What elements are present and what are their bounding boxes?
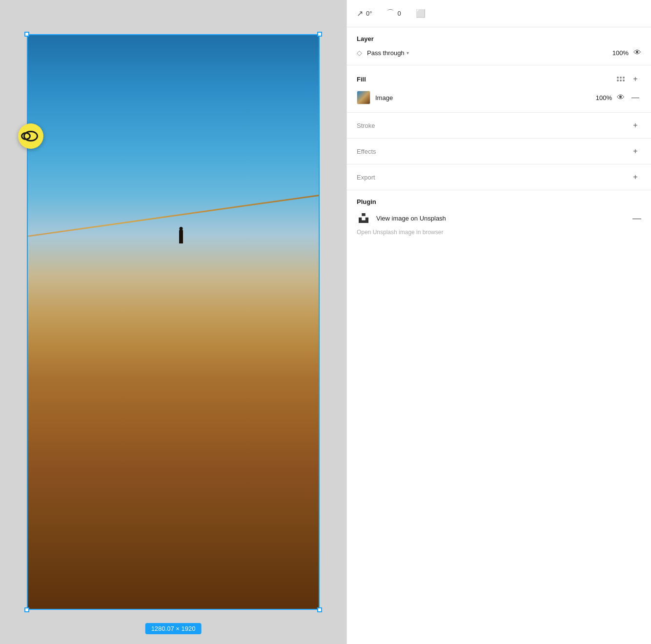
layer-section: Layer ◇ Pass through ▾ 100% 👁 — [347, 27, 651, 65]
export-label: Export — [357, 174, 375, 181]
fill-type-label: Image — [375, 94, 591, 101]
fill-section-title: Fill — [357, 76, 366, 83]
blend-mode-label: Pass through — [367, 49, 405, 57]
right-panel: ↗ 0° ⌒ 0 ⬜ Layer ◇ Pass through ▾ 100% 👁 — [346, 0, 651, 644]
plugin-item[interactable]: View image on Unsplash — — [357, 211, 641, 225]
rotation-field[interactable]: ↗ 0° — [357, 9, 372, 18]
plugin-section-header: Plugin — [357, 198, 641, 205]
corner-value: 0 — [397, 10, 401, 17]
export-section: Export + — [347, 164, 651, 190]
fill-opacity[interactable]: 100% — [596, 94, 612, 101]
image-container[interactable]: 1280.07 × 1920 — [27, 34, 320, 610]
plugin-section: Plugin View image on Unsplash — Open Uns… — [347, 190, 651, 243]
plugin-remove-icon[interactable]: — — [632, 213, 641, 223]
corner-icon: ⌒ — [387, 8, 394, 19]
layer-section-header: Layer — [357, 35, 641, 42]
fill-visibility-icon[interactable]: 👁 — [617, 93, 625, 102]
blend-mode-chevron: ▾ — [407, 50, 409, 56]
toolbar: ↗ 0° ⌒ 0 ⬜ — [347, 0, 651, 27]
stroke-add-button[interactable]: + — [630, 120, 641, 131]
dimension-label: 1280.07 × 1920 — [145, 623, 202, 634]
layer-row: ◇ Pass through ▾ 100% 👁 — [357, 48, 641, 57]
fill-add-button[interactable]: + — [630, 73, 641, 85]
handle-top-left[interactable] — [24, 32, 29, 37]
stroke-section: Stroke + — [347, 113, 651, 139]
effects-label: Effects — [357, 148, 376, 155]
fill-actions: + — [617, 73, 641, 85]
plugin-item-label: View image on Unsplash — [376, 215, 627, 222]
frame-icon: ⬜ — [416, 9, 426, 18]
effects-section: Effects + — [347, 139, 651, 164]
layer-opacity[interactable]: 100% — [612, 49, 629, 57]
fill-remove-button[interactable]: — — [630, 92, 641, 103]
blend-mode-selector[interactable]: Pass through ▾ — [367, 49, 608, 57]
plugin-section-title: Plugin — [357, 198, 376, 205]
effects-add-button[interactable]: + — [630, 145, 641, 157]
rotation-icon: ↗ — [357, 9, 363, 18]
fill-section-header: Fill + — [357, 73, 641, 85]
plugin-sub-label: Open Unsplash image in browser — [357, 229, 641, 236]
corner-field[interactable]: ⌒ 0 — [387, 8, 401, 19]
unsplash-icon — [357, 211, 370, 225]
blend-mode-icon: ◇ — [357, 49, 362, 57]
fill-item: Image 100% 👁 — — [357, 91, 641, 104]
handle-bottom-right[interactable] — [317, 607, 322, 612]
handle-bottom-left[interactable] — [24, 607, 29, 612]
selection-border — [27, 34, 320, 610]
canvas-area: 1280.07 × 1920 — [0, 0, 346, 644]
properties-panel: Layer ◇ Pass through ▾ 100% 👁 Fill — [347, 27, 651, 644]
fill-section: Fill + Image 100% 👁 — — [347, 65, 651, 113]
layer-visibility-icon[interactable]: 👁 — [633, 48, 641, 57]
annotation-inner — [23, 131, 38, 141]
layer-section-title: Layer — [357, 35, 374, 42]
frame-field[interactable]: ⬜ — [416, 9, 426, 18]
stroke-label: Stroke — [357, 122, 375, 129]
annotation-circle — [18, 123, 43, 149]
rotation-value: 0° — [366, 10, 372, 17]
export-add-button[interactable]: + — [630, 171, 641, 183]
handle-top-right[interactable] — [317, 32, 322, 37]
fill-thumbnail[interactable] — [357, 91, 370, 104]
fill-drag-icon — [617, 77, 625, 81]
